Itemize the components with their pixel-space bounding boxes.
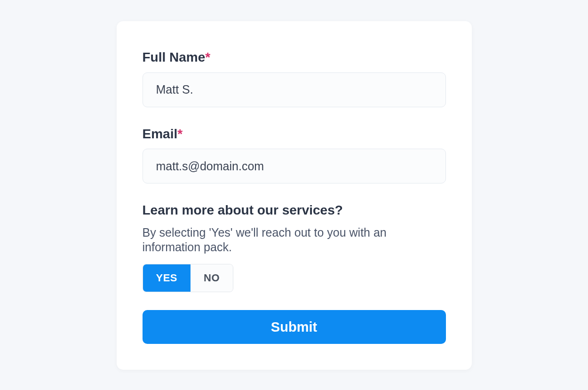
full-name-label-text: Full Name	[143, 50, 206, 64]
toggle-no-button[interactable]: NO	[191, 264, 233, 292]
learn-more-field: Learn more about our services? By select…	[143, 202, 446, 292]
full-name-label: Full Name*	[143, 49, 446, 65]
email-label: Email*	[143, 126, 446, 142]
submit-button[interactable]: Submit	[143, 310, 446, 344]
form-card: Full Name* Email* Learn more about our s…	[117, 21, 472, 370]
toggle-yes-button[interactable]: YES	[143, 264, 191, 292]
learn-more-label: Learn more about our services?	[143, 202, 446, 218]
learn-more-toggle: YES NO	[143, 264, 234, 292]
email-label-text: Email	[143, 127, 178, 141]
required-mark: *	[177, 127, 183, 141]
email-input[interactable]	[143, 149, 446, 183]
required-mark: *	[205, 50, 210, 64]
full-name-field: Full Name*	[143, 49, 446, 107]
learn-more-helper: By selecting 'Yes' we'll reach out to yo…	[143, 225, 446, 255]
full-name-input[interactable]	[143, 72, 446, 107]
email-field: Email*	[143, 126, 446, 184]
